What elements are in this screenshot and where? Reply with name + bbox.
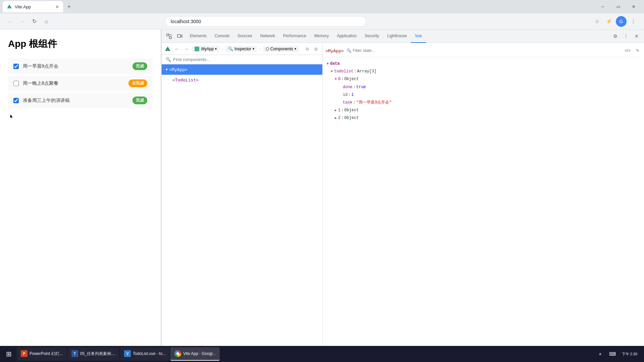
devtools-close-icon[interactable]: ✕ bbox=[632, 32, 641, 41]
reload-button[interactable]: ↻ bbox=[30, 17, 39, 26]
component-name-display: <MyApp> bbox=[325, 48, 344, 53]
devtools-settings-icon[interactable]: ⚙ bbox=[610, 32, 620, 41]
vue-left-panel: ← → MyApp ▾ › 🔍 Inspector ▾ › bbox=[162, 43, 323, 346]
vue-logo-icon bbox=[164, 46, 171, 52]
vue-right-panel: <MyApp> 🔍 </> ✎ ▼ data bbox=[323, 43, 644, 346]
vue-inspect-icon[interactable]: ◎ bbox=[312, 45, 320, 53]
filter-search-icon: 🔍 bbox=[346, 48, 352, 53]
component-tree: ▼ <MyApp> <TodoList> bbox=[162, 64, 322, 346]
todo-text-0: 周一早晨9点开会 bbox=[23, 63, 132, 69]
filter-state-input[interactable] bbox=[353, 48, 621, 53]
vue-inspector-dropdown-icon: ▾ bbox=[253, 47, 254, 51]
devtools-inspect-btn[interactable] bbox=[164, 32, 174, 41]
tab-lighthouse[interactable]: Lighthouse bbox=[383, 29, 411, 43]
item1-row[interactable]: ▶ 1 : Object bbox=[333, 107, 641, 114]
todo-item-1: 周一晚上8点聚餐 未完成 bbox=[8, 75, 153, 91]
new-tab-button[interactable]: + bbox=[64, 2, 74, 11]
vue-separator-1: › bbox=[221, 45, 223, 52]
component-todolist-label: <TodoList> bbox=[172, 77, 199, 82]
id-row: id : 1 bbox=[341, 91, 641, 99]
item2-row[interactable]: ▶ 2 : Object bbox=[333, 114, 641, 122]
vue-panel-body: ← → MyApp ▾ › 🔍 Inspector ▾ › bbox=[162, 43, 644, 346]
filter-state-container: 🔍 bbox=[346, 48, 621, 53]
taskbar-vscode-label: TodoList.vue - to... bbox=[133, 351, 166, 356]
tab-close-icon[interactable]: ✕ bbox=[55, 4, 59, 9]
profile-icon[interactable]: G bbox=[616, 16, 627, 27]
tab-favicon bbox=[7, 4, 12, 9]
todo-badge-1: 未完成 bbox=[128, 79, 147, 87]
find-components-input[interactable] bbox=[173, 57, 318, 62]
tab-performance[interactable]: Performance bbox=[279, 29, 310, 43]
close-button[interactable]: ✕ bbox=[626, 0, 641, 13]
data-tree: ▼ data ▼ todolist : Array[3] ▼ 0 : bbox=[325, 57, 641, 125]
vue-scroll-icon[interactable]: ⊙ bbox=[304, 45, 311, 53]
vue-app-selector[interactable]: MyApp ▾ bbox=[192, 46, 219, 52]
vue-app-icon bbox=[195, 47, 199, 51]
item2-expander: ▶ bbox=[335, 116, 337, 121]
tab-security[interactable]: Security bbox=[361, 29, 383, 43]
tab-vue[interactable]: Vue bbox=[411, 29, 426, 43]
bookmark-icon[interactable]: ☆ bbox=[592, 16, 602, 27]
vue-forward-btn[interactable]: → bbox=[182, 45, 190, 53]
forward-button[interactable]: → bbox=[17, 17, 27, 26]
devtools-tabs: Elements Console Sources Network Perform… bbox=[186, 29, 609, 43]
tab-elements[interactable]: Elements bbox=[186, 29, 211, 43]
address-input[interactable]: localhost:3000 bbox=[165, 16, 366, 27]
menu-icon[interactable]: ⋮ bbox=[628, 16, 639, 27]
task-key: task bbox=[343, 100, 353, 106]
taskbar-item-powerpoint[interactable]: P PowerPoint 幻灯... bbox=[17, 347, 67, 361]
data-section-header[interactable]: ▼ data bbox=[325, 60, 641, 68]
extensions-icon[interactable]: ⚡ bbox=[604, 16, 614, 27]
item1-expander: ▶ bbox=[335, 108, 337, 113]
todolist-row[interactable]: ▼ todolist : Array[3] bbox=[329, 68, 641, 75]
app-content: App 根组件 周一早晨9点开会 完成 周一晚上8点聚餐 未完成 准备周三上午的… bbox=[0, 29, 161, 346]
start-button[interactable]: ⊞ bbox=[1, 347, 16, 361]
maximize-button[interactable]: ▭ bbox=[610, 0, 626, 13]
expand-icon-myapp: ▼ bbox=[166, 68, 168, 71]
taskbar-arrow-up-icon[interactable]: ∧ bbox=[595, 349, 606, 359]
taskbar-powerpoint-label: PowerPoint 幻灯... bbox=[30, 351, 63, 357]
item2-key: 2 bbox=[338, 115, 340, 121]
tab-console[interactable]: Console bbox=[211, 29, 233, 43]
item2-type: Object bbox=[344, 115, 359, 121]
taskbar-item-chrome[interactable]: Vite App - Googl... bbox=[170, 347, 220, 361]
taskbar-time: 下午 2:30 bbox=[619, 350, 640, 358]
tab-memory[interactable]: Memory bbox=[310, 29, 333, 43]
tab-application[interactable]: Application bbox=[333, 29, 361, 43]
active-tab[interactable]: Vite App ✕ bbox=[3, 1, 63, 12]
component-myapp[interactable]: ▼ <MyApp> bbox=[162, 64, 322, 75]
todo-checkbox-2[interactable] bbox=[13, 98, 19, 103]
tab-bar: Vite App ✕ + ─ ▭ ✕ bbox=[0, 0, 644, 13]
vue-back-btn[interactable]: ← bbox=[173, 45, 180, 53]
todo-checkbox-0[interactable] bbox=[13, 64, 19, 69]
vue-components-btn[interactable]: ⬡ Components ▾ bbox=[263, 46, 299, 52]
devtools-more-icon[interactable]: ⋮ bbox=[621, 32, 631, 41]
app-title: App 根组件 bbox=[8, 38, 153, 50]
item0-row[interactable]: ▼ 0 : Object bbox=[333, 75, 641, 83]
tab-title: Vite App bbox=[15, 4, 53, 9]
address-bar: ← → ↻ ⌂ localhost:3000 ☆ ⚡ G ⋮ bbox=[0, 13, 644, 29]
tab-network[interactable]: Network bbox=[256, 29, 279, 43]
vue-app-dropdown-icon: ▾ bbox=[215, 47, 217, 51]
back-button[interactable]: ← bbox=[5, 17, 15, 26]
taskbar-keyboard-icon[interactable]: ⌨ bbox=[607, 349, 618, 359]
component-todolist[interactable]: <TodoList> bbox=[162, 75, 322, 85]
code-view-icon[interactable]: </> bbox=[624, 47, 631, 54]
item1-key: 1 bbox=[338, 107, 340, 114]
minimize-button[interactable]: ─ bbox=[595, 0, 610, 13]
vue-inspector-btn[interactable]: 🔍 Inspector ▾ bbox=[225, 46, 257, 52]
todo-checkbox-1[interactable] bbox=[13, 81, 19, 86]
devtools-responsive-btn[interactable] bbox=[175, 32, 184, 41]
taskbar-item-notepad[interactable]: T 05_任务列表案例.... bbox=[67, 347, 119, 361]
vue-right-toolbar: <MyApp> 🔍 </> ✎ bbox=[325, 46, 641, 57]
edit-icon[interactable]: ✎ bbox=[634, 47, 641, 54]
svg-rect-3 bbox=[167, 34, 169, 36]
taskbar-item-vscode[interactable]: V TodoList.vue - to... bbox=[120, 347, 170, 361]
tab-sources[interactable]: Sources bbox=[233, 29, 256, 43]
data-key-label: data bbox=[330, 61, 340, 67]
item0-type: Object bbox=[344, 76, 359, 82]
chrome-icon bbox=[174, 350, 181, 357]
home-button[interactable]: ⌂ bbox=[42, 17, 51, 26]
id-value: 1 bbox=[352, 92, 354, 98]
done-key: done bbox=[343, 84, 353, 90]
